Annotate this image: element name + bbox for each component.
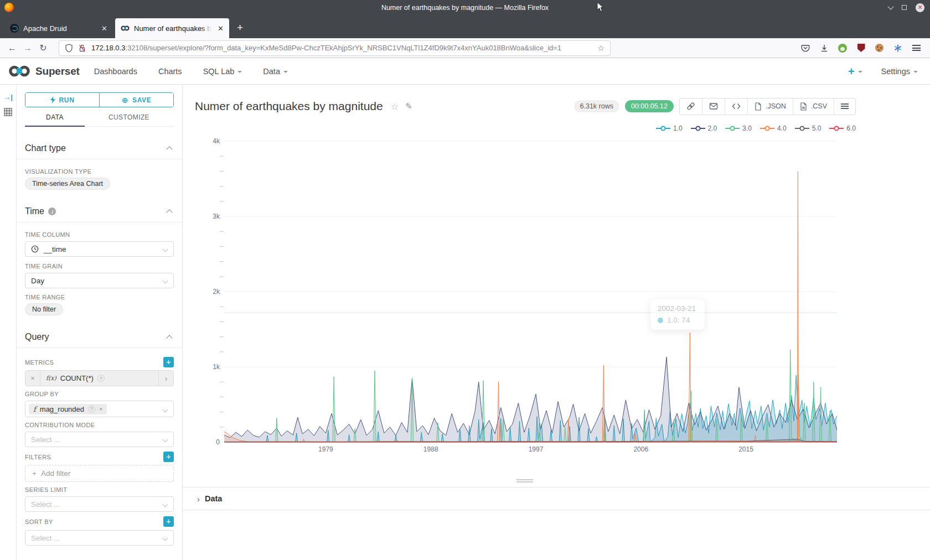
code-icon [732,103,741,110]
timeseries-area-chart[interactable]: 01k2k3k4k19791988199720062015 [183,134,930,466]
superset-logo[interactable]: Superset [8,64,80,79]
nav-sql-lab[interactable]: SQL Lab [203,67,242,76]
chart-tooltip: 2002-03-21 1.0: 74 [650,299,705,330]
expand-metric-icon[interactable]: › [158,371,173,386]
tab-customize[interactable]: CUSTOMIZE [85,113,173,126]
y-axis-label: 4k [213,137,220,145]
url-host: 172.18.0.3 [91,44,125,52]
menu-hamburger-icon[interactable] [912,43,921,53]
envelope-icon [709,102,718,110]
legend-item-3.0[interactable]: 3.0 [725,125,752,132]
chevron-up-icon [166,146,172,152]
save-button[interactable]: ⊕ SAVE [99,93,173,107]
data-panel-header[interactable]: › Data [183,487,930,510]
legend-item-2.0[interactable]: 2.0 [691,125,717,132]
legend-line-icon [691,125,705,132]
collapse-panel-icon[interactable]: →| [3,93,13,101]
pocket-icon[interactable] [800,43,810,53]
nav-charts[interactable]: Charts [158,67,182,76]
remove-metric-icon[interactable]: × [25,371,40,386]
sort-by-select[interactable]: Select ... [25,530,174,546]
chart-title: Numer of earthquakes by magnitude [195,100,383,113]
favorite-star-icon[interactable]: ☆ [391,101,399,112]
export-csv-button[interactable]: .CSV [793,98,834,115]
copy-link-button[interactable] [680,98,702,115]
time-column-select[interactable]: __time [25,241,174,257]
superset-infinity-icon [8,64,31,79]
series-limit-select[interactable]: Select ... [25,496,174,512]
new-item-button[interactable]: + [848,66,862,77]
y-axis-label: 0 [216,438,220,446]
email-button[interactable] [702,98,725,115]
forward-icon[interactable]: → [20,43,35,53]
chart-menu-button[interactable] [834,98,855,115]
x-axis-label: 2015 [738,445,753,453]
add-filter-dropzone[interactable]: + Add filter [25,465,174,482]
cookie-extension-icon[interactable] [875,44,884,52]
shield-icon[interactable] [65,44,73,53]
run-button[interactable]: RUN [25,93,99,107]
reload-icon[interactable]: ↻ [35,43,51,53]
timer-badge: 00:00:05.12 [625,100,674,112]
url-bar[interactable]: 172.18.0.3 :32108/superset/explore/?form… [59,40,611,56]
browser-tabstrip: Apache Druid ✕ Numer of earthquakes by m… [0,15,930,38]
x-axis-label: 1988 [423,445,438,453]
time-range-value[interactable]: No filter [25,303,63,315]
chevron-up-icon [166,335,172,341]
download-icon[interactable] [819,43,829,53]
legend-item-5.0[interactable]: 5.0 [795,125,822,132]
ublock-icon[interactable] [856,43,866,53]
dataset-grid-icon[interactable] [4,108,12,116]
viz-type-value[interactable]: Time-series Area Chart [25,178,110,190]
settings-menu[interactable]: Settings [881,67,918,76]
window-close-icon[interactable]: ✕ [916,3,924,12]
chevron-down-icon [163,278,168,284]
resize-handle[interactable] [516,478,533,484]
chevron-down-icon [858,71,862,73]
browser-tab-active[interactable]: Numer of earthquakes by m ✕ [115,18,229,38]
new-tab-button[interactable]: + [237,22,243,34]
section-chart-type[interactable]: Chart type [25,143,174,153]
legend-line-icon [656,125,670,132]
tab-data[interactable]: DATA [25,113,85,126]
group-by-chip[interactable]: f mag_rounded ? × [29,404,107,414]
add-sort-by-button[interactable]: + [163,516,174,527]
extension-asterisk-icon[interactable] [893,43,902,53]
metric-chip-count[interactable]: × f(x) COUNT(*) ? › [25,370,174,386]
section-query[interactable]: Query [25,332,174,342]
tab-close-icon[interactable]: ✕ [101,24,107,33]
greasemonkey-icon[interactable] [838,44,847,53]
brand-name: Superset [35,65,80,77]
contribution-mode-select[interactable]: Select ... [25,432,174,447]
legend-item-6.0[interactable]: 6.0 [829,125,856,132]
window-maximize-icon[interactable] [902,5,907,10]
nav-dashboards[interactable]: Dashboards [94,67,137,76]
legend-item-4.0[interactable]: 4.0 [760,125,787,132]
viz-type-label: VISUALIZATION TYPE [25,168,174,175]
insecure-lock-icon[interactable] [78,44,86,53]
group-by-select[interactable]: f mag_rounded ? × [25,401,174,417]
superset-favicon [121,24,130,33]
time-grain-select[interactable]: Day [25,273,174,288]
edit-pencil-icon[interactable]: ✎ [405,101,412,111]
browser-tab-apache-druid[interactable]: Apache Druid ✕ [4,18,113,38]
add-filter-button[interactable]: + [163,452,174,462]
remove-chip-icon[interactable]: × [99,406,102,412]
series-area-4.0 [224,172,837,442]
back-icon[interactable]: ← [4,43,20,53]
bookmark-star-icon[interactable]: ☆ [593,44,604,53]
tooltip-date: 2002-03-21 [658,304,696,313]
chart-canvas[interactable]: 01k2k3k4k19791988199720062015 2002-03-21… [183,134,930,487]
embed-code-button[interactable] [725,98,747,115]
clock-icon [31,245,39,253]
section-time[interactable]: Timei [25,206,174,216]
bolt-icon [50,96,55,103]
tab-close-icon[interactable]: ✕ [218,24,224,33]
chevron-down-icon [163,536,168,541]
add-metric-button[interactable]: + [163,357,174,367]
window-minimize-icon[interactable] [887,3,893,9]
fx-icon: f(x) [46,375,56,382]
nav-data[interactable]: Data [263,67,288,76]
legend-item-1.0[interactable]: 1.0 [656,125,683,132]
export-json-button[interactable]: .JSON [747,98,793,115]
